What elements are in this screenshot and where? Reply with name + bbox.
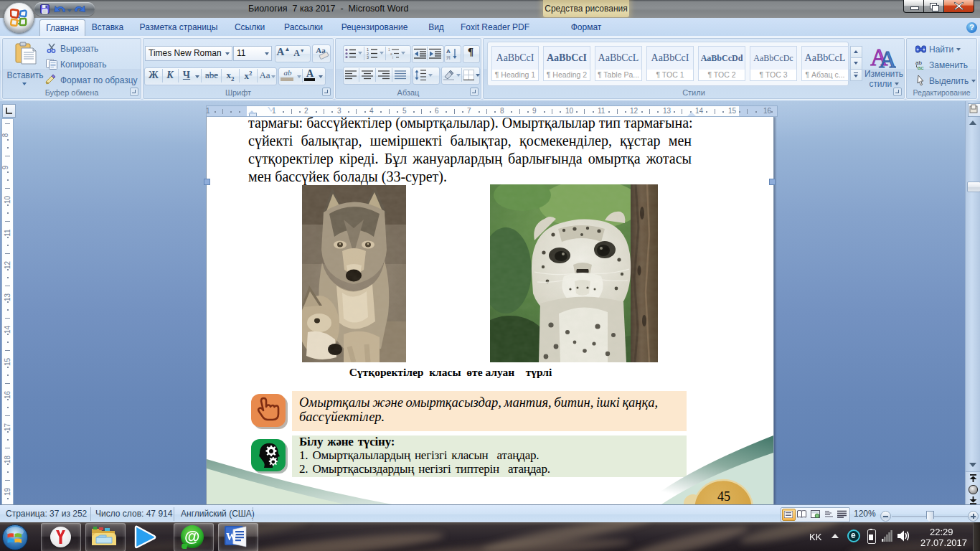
svg-text:W: W xyxy=(226,531,237,542)
svg-text:А: А xyxy=(446,48,451,55)
svg-text:i: i xyxy=(392,55,393,59)
svg-text:Я: Я xyxy=(446,55,451,60)
svg-text:3: 3 xyxy=(367,55,369,59)
svg-text:45: 45 xyxy=(717,489,730,504)
svg-text:ac: ac xyxy=(918,65,923,70)
svg-text:A: A xyxy=(879,46,896,68)
